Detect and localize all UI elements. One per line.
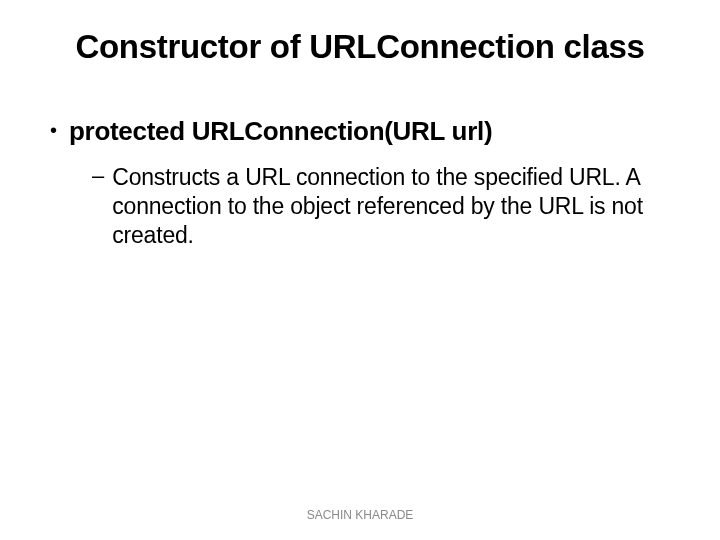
bullet-text-level-1: protected URLConnection(URL url)	[69, 116, 492, 147]
footer-author: SACHIN KHARADE	[307, 508, 414, 522]
bullet-text-level-2: Constructs a URL connection to the speci…	[112, 163, 657, 249]
bullet-mark-icon: •	[50, 119, 57, 142]
slide-container: Constructor of URLConnection class • pro…	[0, 0, 720, 540]
bullet-item-level-1: • protected URLConnection(URL url)	[50, 116, 670, 147]
bullet-item-level-2: – Constructs a URL connection to the spe…	[92, 163, 670, 249]
slide-title: Constructor of URLConnection class	[50, 28, 670, 66]
dash-mark-icon: –	[92, 163, 104, 189]
